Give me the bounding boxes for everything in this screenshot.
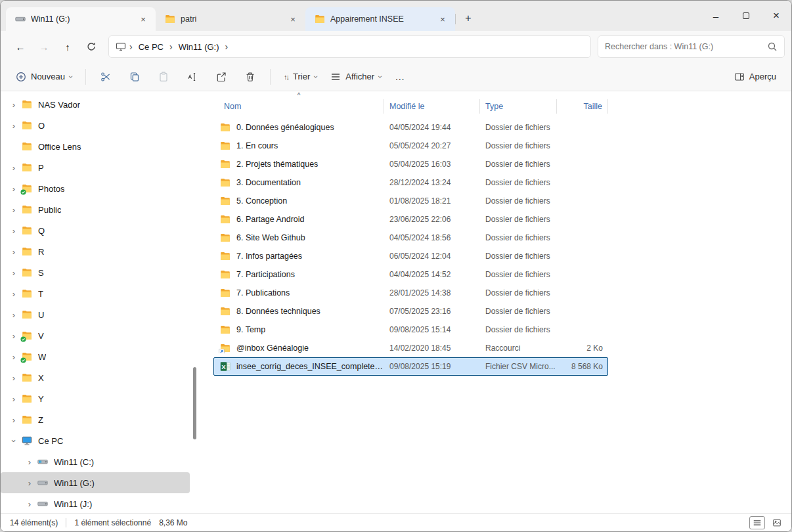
chevron-down-icon[interactable] (9, 436, 19, 446)
file-row-inbox-g-n-alogie[interactable]: @inbox Généalogie14/02/2020 18:45Raccour… (213, 339, 608, 357)
sidebar-item-photos[interactable]: Photos (1, 178, 190, 199)
file-row-2-projets-th-matiques[interactable]: 2. Projets thématiques05/04/2025 16:03Do… (213, 155, 608, 173)
column-header-nom[interactable]: Nom (213, 99, 384, 114)
sidebar-item-p[interactable]: P (1, 157, 190, 178)
details-view-button[interactable] (749, 516, 765, 529)
chevron-right-icon[interactable] (9, 121, 19, 131)
preview-button-label: Aperçu (749, 72, 776, 81)
sidebar-item-win11-j[interactable]: Win11 (J:) (1, 493, 190, 513)
copy-button[interactable] (122, 66, 147, 88)
chevron-right-icon[interactable] (24, 478, 35, 488)
chevron-right-icon[interactable] (9, 226, 19, 236)
breadcrumb-item-win11-g[interactable]: Win11 (G:) (176, 41, 222, 53)
forward-button[interactable] (32, 35, 56, 58)
chevron-right-icon[interactable] (9, 184, 19, 194)
details-view-icon (753, 518, 762, 527)
file-row-1-en-cours[interactable]: 1. En cours05/05/2024 20:27Dossier de fi… (213, 137, 608, 155)
paste-icon (158, 72, 169, 82)
sidebar-scrollbar[interactable] (193, 367, 196, 439)
tab-close-icon[interactable] (287, 13, 299, 25)
chevron-right-icon[interactable] (24, 457, 35, 467)
sidebar-item-q[interactable]: Q (1, 220, 190, 241)
file-name-label: 6. Site Web Github (236, 233, 305, 242)
refresh-button[interactable] (79, 35, 103, 58)
breadcrumb-chevron-icon[interactable] (225, 41, 229, 52)
sidebar-item-public[interactable]: Public (1, 199, 190, 220)
sidebar-item-win11-g[interactable]: Win11 (G:) (1, 472, 190, 493)
file-row-9-temp[interactable]: 9. Temp09/08/2025 15:14Dossier de fichie… (213, 321, 608, 339)
up-button[interactable] (56, 35, 79, 58)
sidebar-item-v[interactable]: V (1, 325, 190, 346)
address-bar[interactable]: Ce PCWin11 (G:) (108, 35, 591, 58)
sidebar-item-s[interactable]: S (1, 262, 190, 283)
sidebar-item-o[interactable]: O (1, 115, 190, 136)
chevron-right-icon[interactable] (9, 289, 19, 299)
tab-close-icon[interactable] (437, 13, 449, 25)
file-row-7-infos-partag-es[interactable]: 7. Infos partagées06/05/2024 12:04Dossie… (213, 247, 608, 265)
sidebar-item-office-lens[interactable]: Office Lens (1, 136, 190, 157)
file-row-insee-corrig-deces-insee-complete-csv[interactable]: Xinsee_corrig_deces_INSEE_complete.csv09… (213, 357, 608, 376)
breadcrumb-item-ce-pc[interactable]: Ce PC (136, 41, 166, 53)
sidebar-item-y[interactable]: Y (1, 388, 190, 409)
chevron-right-icon[interactable] (9, 100, 19, 110)
paste-button[interactable] (151, 66, 176, 88)
chevron-right-icon[interactable] (9, 394, 19, 404)
minimize-button[interactable] (701, 1, 731, 31)
sort-button[interactable]: Trier (278, 66, 323, 88)
search-box[interactable]: Rechercher dans : Win11 (G:) (598, 35, 785, 58)
tab-appairement-insee[interactable]: Appairement INSEE (305, 7, 455, 31)
chevron-right-icon[interactable] (24, 499, 35, 509)
thumbnails-view-button[interactable] (769, 516, 785, 529)
file-row-6-site-web-github[interactable]: 6. Site Web Github04/05/2024 18:56Dossie… (213, 229, 608, 247)
close-button[interactable] (761, 1, 791, 31)
file-row-7-publications[interactable]: 7. Publications28/01/2025 14:38Dossier d… (213, 284, 608, 302)
chevron-right-icon[interactable] (9, 415, 19, 425)
view-button[interactable]: Afficher (324, 66, 387, 88)
tab-close-icon[interactable] (137, 13, 149, 25)
sidebar-item-t[interactable]: T (1, 283, 190, 304)
sidebar-item-u[interactable]: U (1, 304, 190, 325)
chevron-right-icon[interactable] (9, 163, 19, 173)
sidebar-item-nas-vador[interactable]: NAS Vador (1, 94, 190, 115)
file-row-5-conception[interactable]: 5. Conception01/08/2025 18:21Dossier de … (213, 192, 608, 210)
file-row-0-donn-es-g-n-alogiques[interactable]: 0. Données généalogiques04/05/2024 19:44… (213, 118, 608, 137)
cut-button[interactable] (93, 66, 118, 88)
new-tab-button[interactable] (459, 9, 477, 28)
sidebar-item-z[interactable]: Z (1, 409, 190, 430)
preview-button[interactable]: Aperçu (728, 66, 782, 88)
chevron-right-icon[interactable] (9, 205, 19, 215)
file-row-3-documentation[interactable]: 3. Documentation28/12/2024 13:24Dossier … (213, 173, 608, 192)
sidebar-item-x[interactable]: X (1, 367, 190, 388)
tab-win11-g[interactable]: Win11 (G:) (6, 7, 156, 31)
tab-patri[interactable]: patri (156, 7, 305, 31)
sidebar-item-label: U (38, 310, 44, 320)
file-row-6-partage-android[interactable]: 6. Partage Android23/06/2025 22:06Dossie… (213, 210, 608, 229)
sidebar-item-r[interactable]: R (1, 241, 190, 262)
tab-strip: Win11 (G:)patriAppairement INSEE (1, 1, 701, 31)
chevron-right-icon[interactable] (9, 247, 19, 257)
column-header-modifi-le[interactable]: Modifié le (384, 99, 480, 114)
chevron-right-icon[interactable] (9, 310, 19, 320)
new-button[interactable]: Nouveau (10, 66, 78, 88)
chevron-right-icon[interactable] (9, 352, 19, 362)
column-header-taille[interactable]: Taille (557, 99, 608, 114)
share-button[interactable] (209, 66, 234, 88)
view-toggles (749, 516, 785, 529)
chevron-right-icon[interactable] (9, 268, 19, 278)
chevron-right-icon[interactable] (9, 373, 19, 383)
folder-icon (22, 414, 32, 425)
sidebar-item-win11-c[interactable]: Win11 (C:) (1, 451, 190, 472)
sidebar-item-w[interactable]: W (1, 346, 190, 367)
delete-button[interactable] (238, 66, 263, 88)
file-row-7-participations[interactable]: 7. Participations04/04/2025 14:52Dossier… (213, 265, 608, 284)
rename-button[interactable] (180, 66, 205, 88)
column-header-type[interactable]: Type (480, 99, 557, 114)
search-input[interactable]: Rechercher dans : Win11 (G:) (605, 42, 713, 51)
sidebar-item-label: W (38, 352, 46, 362)
back-button[interactable] (9, 35, 32, 58)
chevron-right-icon[interactable] (9, 331, 19, 341)
more-options-button[interactable] (389, 66, 411, 88)
sidebar-item-ce-pc[interactable]: Ce PC (1, 430, 190, 451)
file-row-8-donn-es-techniques[interactable]: 8. Données techniques07/05/2025 23:16Dos… (213, 302, 608, 321)
maximize-button[interactable] (731, 1, 761, 31)
